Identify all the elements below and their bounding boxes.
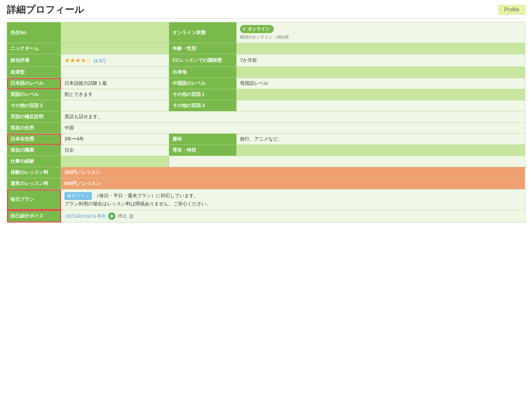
label-current-address: 現在の住所 [7, 123, 61, 134]
label-blood-type: 血液型 [7, 67, 61, 78]
online-badge: ✓ オンライン [240, 25, 274, 33]
value-work-experience [61, 156, 169, 167]
label-japanese-level: 日本語のレベル [7, 78, 61, 89]
audio-link-text: ♪自己紹介mp3を再生 [64, 213, 106, 218]
label-trial-lesson-fee: 体験のレッスン料 [7, 167, 61, 178]
value-intro-voice: ♪自己紹介mp3を再生 停止 [61, 210, 525, 223]
play-icon [111, 214, 114, 218]
label-lang-supplement: 言語の補足説明 [7, 111, 61, 123]
value-other-lang2 [61, 100, 169, 111]
value-online-status: ✓ オンライン 前回のオンライン：26分前 [237, 22, 525, 43]
table-row: 総合評価 ★★★★☆ (4.97) CCレッスンでの講師歴 7か月前 [7, 54, 525, 67]
label-daily-plan: 毎日プラン [7, 189, 61, 210]
pause-bar-right [132, 214, 133, 218]
stop-label: 停止 [118, 213, 127, 218]
pause-button[interactable] [130, 214, 133, 218]
value-hobby: 旅行、アニメなど. [237, 134, 525, 145]
page-container: 詳細プロフィール Profile 先生No. オンライン状態 ✓ オンライン [0, 0, 532, 229]
profile-badge: Profile [499, 5, 525, 15]
label-other-lang3: その他の言語３ [169, 100, 237, 111]
value-age-gender [237, 43, 525, 54]
page-title: 詳細プロフィール [7, 3, 84, 16]
online-badge-container: ✓ オンライン 前回のオンライン：26分前 [240, 25, 522, 40]
daily-plan-badge: 毎日プラン [64, 192, 92, 200]
table-row: 英語のレベル 割とできます その他の言語１ [7, 89, 525, 100]
value-current-job: 日企 [61, 145, 169, 156]
table-row: 先生No. オンライン状態 ✓ オンライン 前回のオンライン：26分前 [7, 22, 525, 43]
label-online-status: オンライン状態 [169, 22, 237, 43]
table-row: 日本在住歴 3年〜4年 趣味 旅行、アニメなど. [7, 134, 525, 145]
label-sensei-no: 先生No. [7, 22, 61, 43]
online-badge-text: オンライン [248, 26, 270, 32]
value-other-lang3 [237, 100, 525, 111]
table-row: 日本語のレベル 日本語能力試験１級 中国語のレベル 母国語レベル [7, 78, 525, 89]
label-japan-residence: 日本在住歴 [7, 134, 61, 145]
label-birthplace: 出身地 [169, 67, 237, 78]
pause-bar-left [130, 214, 131, 218]
value-japanese-level: 日本語能力試験１級 [61, 78, 169, 89]
plan-text-line2: プラン利用の場合はレッスン料は関係ありません。ご安心ください。 [64, 201, 211, 206]
label-age-gender: 年齢・性別 [169, 43, 237, 54]
value-lang-supplement: 英語も話せます。 [61, 111, 525, 123]
label-regular-lesson-fee: 通常のレッスン料 [7, 178, 61, 189]
value-sensei-no [61, 22, 169, 43]
value-specialty [237, 145, 525, 156]
audio-play-link[interactable]: ♪自己紹介mp3を再生 [64, 213, 107, 218]
value-blood-type [61, 67, 169, 78]
label-hobby: 趣味 [169, 134, 237, 145]
label-work-experience: 仕事の経験 [7, 156, 61, 167]
profile-table: 先生No. オンライン状態 ✓ オンライン 前回のオンライン：26分前 ニックネ… [7, 22, 525, 223]
table-row: 血液型 出身地 [7, 67, 525, 78]
table-row: 言語の補足説明 英語も話せます。 [7, 111, 525, 123]
star-icons: ★★★★☆ [64, 57, 91, 64]
value-english-level: 割とできます [61, 89, 169, 100]
online-info: 前回のオンライン：26分前 [240, 34, 522, 40]
table-row: 毎日プラン 毎日プラン （毎日・平日・週末プラン）に対応しています。 プラン利用… [7, 189, 525, 210]
label-nickname: ニックネーム [7, 43, 61, 54]
label-chinese-level: 中国語のレベル [169, 78, 237, 89]
label-english-level: 英語のレベル [7, 89, 61, 100]
value-nickname [61, 43, 169, 54]
label-current-job: 現在の職業 [7, 145, 61, 156]
table-row: ニックネーム 年齢・性別 [7, 43, 525, 54]
value-current-address: 中国 [61, 123, 525, 134]
table-row: 仕事の経験 [7, 156, 525, 167]
play-button[interactable] [108, 212, 115, 220]
value-cc-history: 7か月前 [237, 54, 525, 67]
rating-value: (4.97) [94, 58, 106, 63]
value-regular-lesson-fee: 600円／レッスン [61, 178, 525, 189]
value-birthplace [237, 67, 525, 78]
value-trial-lesson-fee: 200円／レッスン [61, 167, 525, 178]
header-row: 詳細プロフィール Profile [7, 3, 525, 16]
empty-cell [169, 156, 525, 167]
label-other-lang1: その他の言語１ [169, 89, 237, 100]
value-rating: ★★★★☆ (4.97) [61, 54, 169, 67]
label-rating: 総合評価 [7, 54, 61, 67]
label-cc-history: CCレッスンでの講師歴 [169, 54, 237, 67]
divider [7, 18, 525, 19]
table-row: 自己紹介ボイス ♪自己紹介mp3を再生 停止 [7, 210, 525, 223]
value-other-lang1 [237, 89, 525, 100]
table-row: 現在の住所 中国 [7, 123, 525, 134]
value-chinese-level: 母国語レベル [237, 78, 525, 89]
plan-text-line1: （毎日・平日・週末プラン）に対応しています。 [95, 193, 198, 198]
table-row: 現在の職業 日企 専攻・特技 [7, 145, 525, 156]
label-specialty: 専攻・特技 [169, 145, 237, 156]
table-row: その他の言語２ その他の言語３ [7, 100, 525, 111]
label-intro-voice: 自己紹介ボイス [7, 210, 61, 223]
table-row: 体験のレッスン料 200円／レッスン [7, 167, 525, 178]
table-row: 通常のレッスン料 600円／レッスン [7, 178, 525, 189]
label-other-lang2: その他の言語２ [7, 100, 61, 111]
check-icon: ✓ [242, 26, 246, 32]
value-japan-residence: 3年〜4年 [61, 134, 169, 145]
value-daily-plan: 毎日プラン （毎日・平日・週末プラン）に対応しています。 プラン利用の場合はレッ… [61, 189, 525, 210]
